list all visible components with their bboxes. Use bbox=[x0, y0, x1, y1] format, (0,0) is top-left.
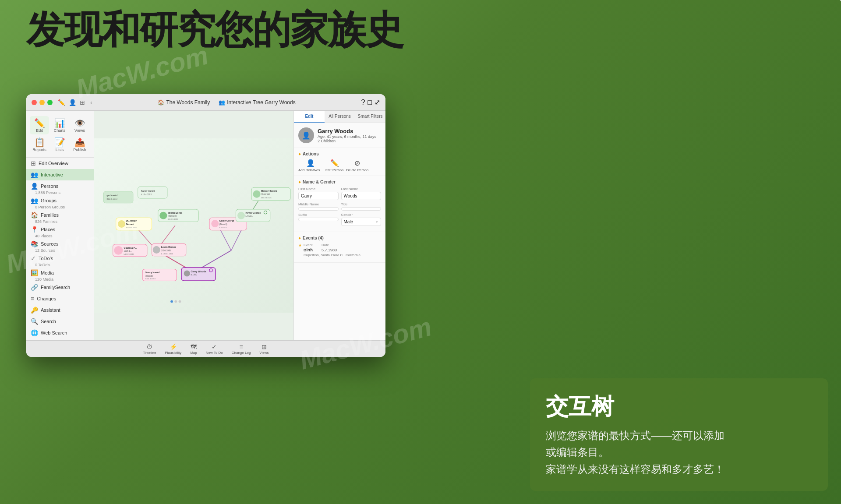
media-label: Media bbox=[41, 270, 54, 275]
tab-smart-filters[interactable]: Smart Filters bbox=[355, 111, 385, 123]
tree-name: Interactive Tree Garry Woods bbox=[227, 99, 296, 106]
add-relatives-icon: 👤 bbox=[306, 159, 315, 167]
suffix-value[interactable] bbox=[298, 218, 339, 221]
sidebar-item-search[interactable]: 🔍 Search bbox=[26, 316, 94, 327]
publish-label: Publish bbox=[73, 148, 86, 152]
toolbar-views[interactable]: 👁️ Views bbox=[70, 116, 89, 134]
svg-line-33 bbox=[247, 194, 262, 219]
sidebar-item-assistant[interactable]: 🔑 Assistant bbox=[26, 304, 94, 316]
svg-text:Nancy Harold: Nancy Harold bbox=[145, 271, 159, 274]
middle-name-label: Middle Name bbox=[298, 202, 339, 206]
middle-title-row: Middle Name Title bbox=[298, 202, 381, 211]
add-relatives-label: Add Relatives... bbox=[298, 168, 323, 172]
svg-line-32 bbox=[231, 219, 247, 250]
fullscreen-icon[interactable]: ⤢ bbox=[375, 98, 380, 106]
tab-all-persons[interactable]: All Persons bbox=[325, 111, 355, 123]
timeline-button[interactable]: ⏱ Timeline bbox=[143, 343, 156, 355]
event-label: Event bbox=[304, 243, 313, 247]
delete-person-button[interactable]: ⊘ Delete Person bbox=[346, 159, 368, 172]
help-icon[interactable]: ? bbox=[361, 99, 365, 106]
toolbar-edit[interactable]: ✏️ Edit bbox=[30, 116, 49, 134]
svg-rect-84 bbox=[170, 300, 173, 303]
suffix-group: Suffix bbox=[298, 213, 339, 226]
fan-chart: Franklin White Barley Franklin Aaron Geo… bbox=[534, 0, 841, 263]
svg-point-69 bbox=[237, 212, 245, 219]
title-bar-icons: ✏️ 👤 ⊞ bbox=[58, 99, 85, 106]
name-row: First Name Garry Last Name Woods bbox=[298, 187, 381, 200]
edit-icon: ✏️ bbox=[34, 118, 45, 128]
svg-text:Mildred Jones: Mildred Jones bbox=[168, 212, 183, 214]
family-name: The Woods Family bbox=[166, 99, 210, 106]
tab-edit[interactable]: Edit bbox=[294, 111, 325, 123]
gender-value[interactable]: Male ⌄ bbox=[341, 218, 382, 226]
gender-group: Gender Male ⌄ bbox=[341, 213, 382, 226]
info-box: 交互树 浏览您家谱的最快方式——还可以添加 或编辑条目。 家谱学从来没有这样容易… bbox=[530, 378, 828, 491]
search-icon: 🔍 bbox=[31, 318, 38, 325]
suffix-gender-row: Suffix Gender Male ⌄ bbox=[298, 213, 381, 226]
interactive-label: Interactive bbox=[41, 172, 63, 177]
info-box-text: 浏览您家谱的最快方式——还可以添加 或编辑条目。 家谱学从来没有这样容易和多才多… bbox=[546, 427, 812, 478]
families-label: Families bbox=[41, 212, 59, 218]
title-bar-right: ? □ ⤢ bbox=[361, 98, 380, 106]
add-relatives-button[interactable]: 👤 Add Relatives... bbox=[298, 159, 323, 172]
sidebar-toggle-icon[interactable]: □ bbox=[367, 99, 372, 106]
change-log-label: Change Log bbox=[232, 351, 251, 355]
map-button[interactable]: 🗺 Map bbox=[190, 343, 197, 355]
interactive-icon: 👥 bbox=[31, 171, 38, 178]
star-icon[interactable]: ★ bbox=[298, 243, 302, 247]
family-title: 🏠 The Woods Family bbox=[158, 99, 210, 106]
grid-icon: ⊞ bbox=[80, 99, 85, 106]
views-button[interactable]: ⊞ Views bbox=[259, 343, 269, 355]
toolbar-reports[interactable]: 📋 Reports bbox=[30, 135, 49, 154]
svg-rect-48 bbox=[152, 243, 186, 256]
svg-text:b181.3.1911: b181.3.1911 bbox=[124, 253, 134, 255]
svg-rect-53 bbox=[116, 218, 152, 230]
plausibility-button[interactable]: ⚡ Plausibility bbox=[165, 343, 181, 355]
places-label: Places bbox=[41, 227, 55, 232]
svg-line-27 bbox=[156, 250, 194, 272]
svg-text:Margery Sotero: Margery Sotero bbox=[261, 190, 277, 192]
title-bar-center: 🏠 The Woods Family 👥 Interactive Tree Ga… bbox=[92, 99, 361, 106]
edit-person-button[interactable]: ✏️ Edit Person bbox=[325, 159, 343, 172]
tree-area[interactable]: Nancy Harold (Woods) b.14.4.1993 Garry W… bbox=[94, 111, 293, 340]
svg-text:b.1956.1.1995: b.1956.1.1995 bbox=[161, 253, 173, 255]
new-todo-label: New To Do bbox=[206, 351, 223, 355]
sidebar-item-familysearch[interactable]: 🔗 FamilySearch bbox=[26, 282, 94, 293]
toolbar-lists[interactable]: 📝 Lists bbox=[50, 135, 69, 154]
sidebar-item-edit-overview[interactable]: ⊞ Edit Overview bbox=[26, 158, 94, 169]
close-button[interactable] bbox=[32, 100, 37, 105]
first-name-label: First Name bbox=[298, 187, 339, 191]
new-todo-button[interactable]: ✓ New To Do bbox=[206, 343, 223, 355]
middle-name-value[interactable] bbox=[298, 207, 339, 211]
event-type: Birth bbox=[304, 248, 313, 252]
person-name: Garry Woods bbox=[318, 128, 376, 134]
svg-point-0 bbox=[837, 0, 841, 4]
toolbar-publish[interactable]: 📤 Publish bbox=[70, 135, 89, 154]
svg-rect-63 bbox=[209, 218, 247, 230]
familysearch-label: FamilySearch bbox=[41, 285, 70, 290]
svg-text:ger Harold: ger Harold bbox=[106, 194, 117, 197]
edit-person-icon: ✏️ bbox=[330, 159, 339, 167]
toolbar-charts[interactable]: 📊 Charts bbox=[50, 116, 69, 134]
svg-point-72 bbox=[264, 211, 267, 214]
first-name-value[interactable]: Garry bbox=[298, 192, 339, 200]
name-gender-section: ● Name & Gender First Name Garry Last Na… bbox=[294, 176, 385, 232]
svg-rect-73 bbox=[251, 187, 290, 201]
title-value[interactable] bbox=[341, 207, 382, 211]
mac-window: ✏️ 👤 ⊞ ‹ 🏠 The Woods Family 👥 Interactiv… bbox=[26, 94, 385, 357]
last-name-value[interactable]: Woods bbox=[341, 192, 382, 200]
maximize-button[interactable] bbox=[47, 100, 53, 105]
event-date: 5.7.1980 bbox=[322, 248, 337, 252]
svg-text:d11.03.1925: d11.03.1925 bbox=[168, 218, 178, 220]
svg-text:b.04.01.1920: b.04.01.1920 bbox=[126, 226, 137, 229]
sidebar-item-interactive[interactable]: 👥 Interactive bbox=[26, 169, 94, 180]
sidebar-item-web-search[interactable]: 🌐 Web Search bbox=[26, 327, 94, 338]
sidebar-item-changes[interactable]: ≡ Changes bbox=[26, 293, 94, 304]
info-line-2: 或编辑条目。 bbox=[546, 446, 609, 458]
minimize-button[interactable] bbox=[39, 100, 45, 105]
svg-point-64 bbox=[211, 220, 219, 227]
change-log-button[interactable]: ≡ Change Log bbox=[232, 343, 251, 355]
web-search-label: Web Search bbox=[41, 330, 67, 335]
changes-icon: ≡ bbox=[31, 295, 34, 302]
todos-label: ToDo's bbox=[39, 256, 53, 261]
